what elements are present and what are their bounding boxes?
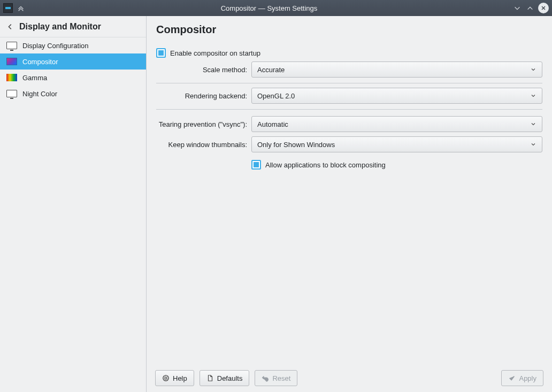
select-value: Only for Shown Windows — [257, 141, 335, 149]
sidebar: Display and Monitor Display Configuratio… — [0, 16, 147, 392]
row-allow-block: Allow applications to block compositing — [156, 155, 542, 175]
keep-above-icon[interactable] — [16, 3, 26, 13]
main-panel: Compositor Enable compositor on startup … — [147, 16, 552, 392]
app-icon — [3, 3, 13, 13]
minimize-button[interactable] — [512, 3, 522, 13]
select-value: Automatic — [257, 120, 288, 128]
sidebar-item-label: Compositor — [22, 58, 58, 66]
tearing-label: Tearing prevention ("vsync"): — [156, 120, 251, 128]
chevron-down-icon — [530, 121, 536, 127]
reset-button: Reset — [255, 370, 297, 386]
compositor-icon — [6, 57, 17, 66]
checkbox-box — [156, 48, 166, 58]
row-scale-method: Scale method: Accurate — [156, 62, 542, 83]
titlebar: Compositor — System Settings — [0, 0, 552, 16]
chevron-down-icon — [530, 141, 536, 148]
select-value: Accurate — [257, 66, 285, 74]
sidebar-item-label: Gamma — [22, 74, 47, 82]
close-button[interactable] — [538, 3, 549, 13]
monitor-icon — [6, 41, 17, 50]
document-icon — [206, 374, 214, 382]
row-enable-compositor: Enable compositor on startup — [156, 41, 542, 62]
rendering-backend-label: Rendering backend: — [156, 92, 251, 100]
chevron-down-icon — [530, 93, 536, 99]
sidebar-item-compositor[interactable]: Compositor — [0, 53, 146, 70]
rendering-backend-select[interactable]: OpenGL 2.0 — [251, 88, 542, 104]
help-icon — [162, 374, 170, 382]
select-value: OpenGL 2.0 — [257, 92, 295, 100]
checkbox-box — [251, 160, 261, 170]
footer: Help Defaults Reset Apply — [147, 364, 552, 392]
scale-method-label: Scale method: — [156, 66, 251, 74]
allow-block-checkbox[interactable]: Allow applications to block compositing — [251, 160, 542, 170]
checkbox-label: Allow applications to block compositing — [265, 161, 386, 169]
window-title: Compositor — System Settings — [26, 4, 512, 12]
sidebar-item-label: Display Configuration — [22, 42, 89, 50]
sidebar-header-title: Display and Monitor — [19, 22, 101, 32]
button-label: Reset — [272, 374, 290, 382]
tearing-select[interactable]: Automatic — [251, 116, 542, 132]
button-label: Help — [173, 374, 187, 382]
row-keep-thumbnails: Keep window thumbnails: Only for Shown W… — [156, 134, 542, 155]
checkbox-label: Enable compositor on startup — [170, 49, 260, 57]
thumbnails-label: Keep window thumbnails: — [156, 141, 251, 149]
button-label: Apply — [519, 374, 536, 382]
chevron-down-icon — [530, 66, 536, 73]
enable-compositor-checkbox[interactable]: Enable compositor on startup — [156, 48, 542, 58]
thumbnails-select[interactable]: Only for Shown Windows — [251, 136, 542, 152]
row-rendering-backend: Rendering backend: OpenGL 2.0 — [156, 88, 542, 110]
button-label: Defaults — [217, 374, 243, 382]
scale-method-select[interactable]: Accurate — [251, 62, 542, 78]
gamma-icon — [6, 73, 17, 82]
defaults-button[interactable]: Defaults — [200, 370, 250, 386]
monitor-icon — [6, 89, 17, 98]
sidebar-back-button[interactable]: Display and Monitor — [0, 16, 146, 37]
sidebar-item-display-configuration[interactable]: Display Configuration — [0, 37, 146, 53]
chevron-left-icon — [6, 23, 14, 30]
maximize-button[interactable] — [525, 3, 535, 13]
help-button[interactable]: Help — [155, 370, 194, 386]
sidebar-item-gamma[interactable]: Gamma — [0, 70, 146, 86]
apply-button: Apply — [501, 370, 543, 386]
sidebar-item-label: Night Color — [22, 90, 57, 98]
undo-icon — [262, 374, 269, 382]
row-tearing-prevention: Tearing prevention ("vsync"): Automatic — [156, 114, 542, 134]
sidebar-item-night-color[interactable]: Night Color — [0, 86, 146, 102]
svg-point-1 — [165, 377, 167, 379]
page-title: Compositor — [156, 24, 542, 36]
check-icon — [508, 374, 516, 382]
